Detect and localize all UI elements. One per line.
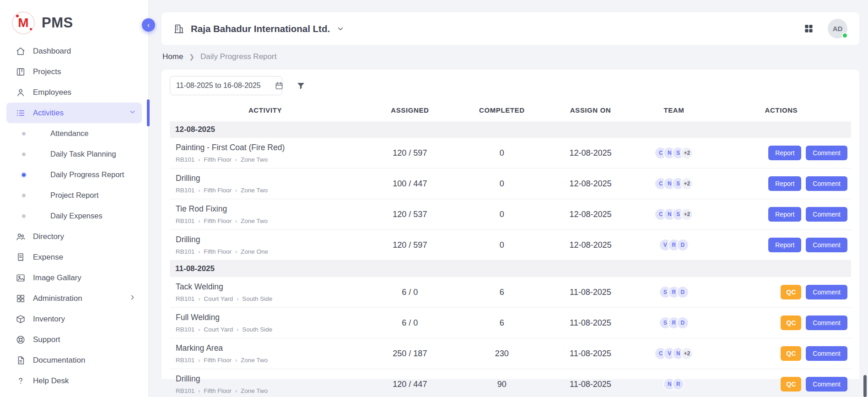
chevron-right-icon: ›	[198, 157, 200, 163]
activity-cell: Marking AreaRB101›Fifth Floor›Zone Two	[170, 338, 361, 369]
chevron-right-icon: ›	[198, 326, 200, 333]
sidebar-subitem-daily-task-planning[interactable]: Daily Task Planning	[0, 144, 148, 164]
company-selector[interactable]: Raja Bahadur International Ltd.	[173, 23, 345, 34]
location-segment: Fifth Floor	[204, 387, 232, 394]
sidebar-item-documentation[interactable]: Documentation	[6, 350, 142, 370]
qc-button[interactable]: QC	[781, 315, 801, 330]
pms-logo-icon: M	[12, 11, 35, 34]
breadcrumb-home-link[interactable]: Home	[162, 52, 183, 61]
sidebar-item-activities[interactable]: Activities	[6, 103, 142, 123]
sidebar-item-inventory[interactable]: Inventory	[6, 309, 142, 329]
box-icon	[16, 314, 26, 324]
date-range-input[interactable]	[176, 82, 271, 90]
report-button[interactable]: Report	[768, 176, 801, 191]
location-segment: Fifth Floor	[204, 187, 232, 194]
activity-row: Full WeldingRB101›Court Yard›South Side6…	[170, 308, 851, 338]
activity-title: Tie Rod Fixing	[176, 204, 358, 214]
completed-value: 0	[459, 230, 545, 261]
actions-cell: ReportComment	[712, 169, 851, 199]
completed-value: 6	[459, 277, 545, 308]
assigned-value: 120 / 537	[361, 199, 459, 230]
projects-icon	[16, 67, 26, 77]
filter-funnel-icon[interactable]	[296, 81, 306, 91]
lifebuoy-icon	[16, 335, 26, 345]
date-group-row: 12-08-2025	[170, 121, 851, 138]
comment-button[interactable]: Comment	[806, 146, 847, 160]
sidebar-item-help-desk[interactable]: Help Desk	[6, 370, 142, 391]
comment-button[interactable]: Comment	[806, 285, 847, 299]
chevron-right-icon: ›	[198, 218, 200, 224]
comment-button[interactable]: Comment	[806, 176, 847, 191]
actions-cell: QCComment	[712, 277, 851, 308]
location-segment: RB101	[176, 295, 194, 302]
sidebar-item-label: Employees	[33, 88, 71, 97]
sidebar-item-expense[interactable]: Expense	[6, 247, 142, 267]
date-range-field	[170, 76, 282, 95]
activity-location-path: RB101›Court Yard›South Side	[176, 326, 358, 333]
sidebar-item-label: Directory	[33, 232, 64, 241]
location-segment: Court Yard	[204, 326, 233, 333]
activity-cell: DrillingRB101›Fifth Floor›Zone Two	[170, 369, 361, 397]
apps-grid-icon[interactable]	[803, 23, 814, 34]
assign-on-date: 12-08-2025	[545, 230, 636, 261]
qc-button[interactable]: QC	[781, 377, 801, 392]
scrollbar-thumb[interactable]	[863, 375, 867, 397]
activity-location-path: RB101›Fifth Floor›Zone Two	[176, 387, 358, 394]
sidebar-item-employees[interactable]: Employees	[6, 82, 142, 103]
qc-button[interactable]: QC	[781, 285, 801, 299]
sidebar-subitem-attendance[interactable]: Attendance	[0, 123, 148, 144]
location-segment: RB101	[176, 248, 194, 255]
sidebar-subitem-daily-expenses[interactable]: Daily Expenses	[0, 206, 148, 226]
app-logo: M PMS	[0, 0, 148, 41]
question-mark-icon	[16, 376, 26, 386]
team-avatar-group: CNS+2	[639, 147, 709, 159]
sidebar-item-image-gallary[interactable]: Image Gallary	[6, 267, 142, 288]
bullet-icon	[22, 194, 26, 197]
report-button[interactable]: Report	[768, 207, 801, 222]
breadcrumb-current: Daily Progress Report	[200, 52, 276, 61]
sidebar-subitem-daily-progress-report[interactable]: Daily Progress Report	[0, 164, 148, 185]
team-avatar-group: CVN+2	[639, 347, 709, 360]
comment-button[interactable]: Comment	[806, 238, 847, 252]
location-segment: Fifth Floor	[204, 218, 232, 224]
sidebar-item-administration[interactable]: Administration	[6, 288, 142, 309]
bullet-icon	[22, 152, 26, 156]
user-avatar[interactable]: AD	[828, 19, 847, 38]
chevron-down-icon	[336, 25, 345, 33]
location-segment: Fifth Floor	[204, 357, 232, 364]
activity-title: Painting - First Coat (Fire Red)	[176, 143, 358, 152]
comment-button[interactable]: Comment	[806, 207, 847, 222]
table-header-row: ACTIVITYASSIGNEDCOMPLETEDASSIGN ONTEAMAC…	[170, 97, 851, 121]
team-cell: CNS+2	[636, 169, 712, 199]
building-icon	[173, 23, 184, 34]
comment-button[interactable]: Comment	[806, 377, 847, 392]
team-member-avatar: D	[676, 239, 689, 251]
report-button[interactable]: Report	[768, 238, 801, 252]
location-segment: RB101	[176, 357, 194, 364]
sidebar-item-dashboard[interactable]: Dashboard	[6, 41, 142, 61]
sidebar-collapse-button[interactable]: ‹	[142, 18, 155, 32]
activity-row: DrillingRB101›Fifth Floor›Zone Two100 / …	[170, 169, 851, 199]
team-cell: CNS+2	[636, 138, 712, 169]
team-avatar-group: NR	[639, 378, 709, 391]
sidebar-item-label: Support	[33, 335, 60, 344]
report-button[interactable]: Report	[768, 146, 801, 160]
sidebar: M PMS ‹ Dashboard Projects Employees Act…	[0, 0, 149, 397]
sidebar-item-directory[interactable]: Directory	[6, 226, 142, 247]
assign-on-date: 11-08-2025	[545, 277, 636, 308]
sidebar-item-support[interactable]: Support	[6, 329, 142, 350]
chevron-right-icon: ›	[235, 357, 237, 364]
chevron-right-icon: ›	[235, 187, 237, 194]
assign-on-date: 11-08-2025	[545, 338, 636, 369]
comment-button[interactable]: Comment	[806, 315, 847, 330]
qc-button[interactable]: QC	[781, 346, 801, 361]
sidebar-item-projects[interactable]: Projects	[6, 61, 142, 82]
location-segment: RB101	[176, 156, 194, 163]
chevron-right-icon: ›	[235, 388, 237, 394]
comment-button[interactable]: Comment	[806, 346, 847, 361]
calendar-icon[interactable]	[275, 81, 284, 90]
sidebar-subitem-project-report[interactable]: Project Report	[0, 185, 148, 206]
location-segment: Fifth Floor	[204, 248, 232, 255]
team-extra-count: +2	[680, 147, 693, 159]
location-segment: Zone Two	[241, 357, 268, 364]
